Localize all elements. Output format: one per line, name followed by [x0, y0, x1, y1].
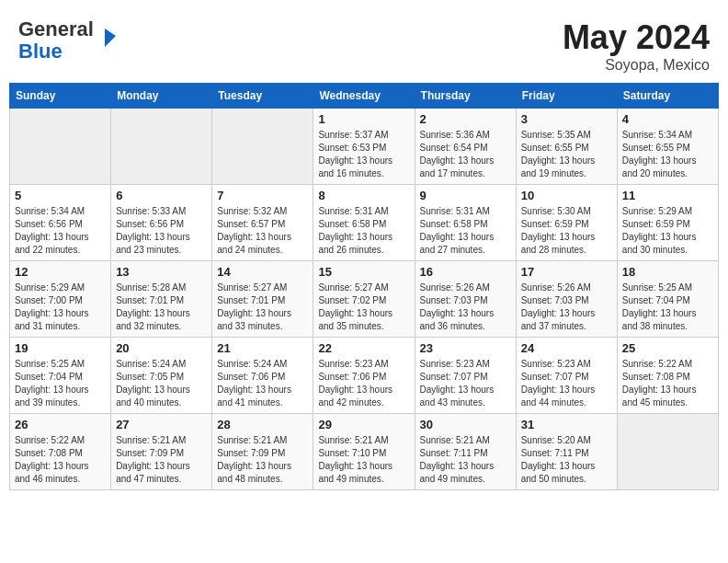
calendar-cell: 10Sunrise: 5:30 AMSunset: 6:59 PMDayligh…	[516, 185, 617, 261]
day-number: 20	[116, 341, 207, 355]
day-info: Sunrise: 5:23 AMSunset: 7:07 PMDaylight:…	[420, 358, 511, 409]
page-header: General Blue May 2024 Soyopa, Mexico	[9, 9, 719, 78]
calendar-cell: 26Sunrise: 5:22 AMSunset: 7:08 PMDayligh…	[10, 414, 111, 490]
day-number: 29	[318, 418, 409, 431]
calendar-cell: 7Sunrise: 5:32 AMSunset: 6:57 PMDaylight…	[212, 185, 313, 261]
svg-marker-0	[105, 29, 116, 47]
calendar-cell: 27Sunrise: 5:21 AMSunset: 7:09 PMDayligh…	[111, 414, 212, 490]
calendar-cell: 30Sunrise: 5:21 AMSunset: 7:11 PMDayligh…	[415, 414, 516, 490]
day-number: 25	[622, 341, 713, 355]
calendar-week-row: 19Sunrise: 5:25 AMSunset: 7:04 PMDayligh…	[10, 338, 719, 414]
day-number: 23	[420, 341, 511, 355]
day-info: Sunrise: 5:34 AMSunset: 6:55 PMDaylight:…	[622, 129, 713, 180]
day-number: 18	[622, 265, 713, 279]
calendar-cell: 24Sunrise: 5:23 AMSunset: 7:07 PMDayligh…	[516, 338, 617, 414]
day-number: 3	[521, 112, 612, 126]
day-number: 2	[420, 112, 511, 126]
day-number: 19	[15, 341, 106, 355]
day-info: Sunrise: 5:26 AMSunset: 7:03 PMDaylight:…	[420, 282, 511, 333]
day-number: 21	[217, 341, 308, 355]
weekday-header: Tuesday	[212, 84, 313, 109]
day-number: 5	[15, 189, 106, 202]
logo-icon	[97, 27, 118, 47]
calendar-cell: 13Sunrise: 5:28 AMSunset: 7:01 PMDayligh…	[111, 261, 212, 338]
day-number: 7	[217, 189, 308, 202]
calendar-week-row: 12Sunrise: 5:29 AMSunset: 7:00 PMDayligh…	[10, 261, 719, 338]
day-info: Sunrise: 5:24 AMSunset: 7:05 PMDaylight:…	[116, 358, 207, 409]
calendar-cell: 18Sunrise: 5:25 AMSunset: 7:04 PMDayligh…	[617, 261, 718, 338]
day-number: 14	[217, 265, 308, 279]
calendar-cell: 20Sunrise: 5:24 AMSunset: 7:05 PMDayligh…	[111, 338, 212, 414]
day-info: Sunrise: 5:21 AMSunset: 7:09 PMDaylight:…	[116, 434, 207, 486]
title-block: May 2024 Soyopa, Mexico	[563, 18, 710, 74]
calendar-cell	[212, 109, 313, 185]
day-number: 15	[318, 265, 409, 279]
calendar-cell: 22Sunrise: 5:23 AMSunset: 7:06 PMDayligh…	[313, 338, 415, 414]
day-number: 11	[622, 189, 713, 202]
day-info: Sunrise: 5:21 AMSunset: 7:09 PMDaylight:…	[217, 434, 308, 486]
day-number: 17	[521, 265, 612, 279]
day-info: Sunrise: 5:35 AMSunset: 6:55 PMDaylight:…	[521, 129, 612, 180]
day-info: Sunrise: 5:20 AMSunset: 7:11 PMDaylight:…	[521, 434, 612, 486]
day-info: Sunrise: 5:26 AMSunset: 7:03 PMDaylight:…	[521, 282, 612, 333]
day-number: 31	[521, 418, 612, 431]
calendar-cell: 4Sunrise: 5:34 AMSunset: 6:55 PMDaylight…	[617, 109, 718, 185]
day-info: Sunrise: 5:32 AMSunset: 6:57 PMDaylight:…	[217, 205, 308, 257]
day-number: 26	[15, 418, 106, 431]
day-info: Sunrise: 5:28 AMSunset: 7:01 PMDaylight:…	[116, 282, 207, 333]
calendar-cell: 17Sunrise: 5:26 AMSunset: 7:03 PMDayligh…	[516, 261, 617, 338]
calendar-cell: 28Sunrise: 5:21 AMSunset: 7:09 PMDayligh…	[212, 414, 313, 490]
calendar-cell: 21Sunrise: 5:24 AMSunset: 7:06 PMDayligh…	[212, 338, 313, 414]
day-info: Sunrise: 5:23 AMSunset: 7:06 PMDaylight:…	[318, 358, 409, 409]
day-number: 10	[521, 189, 612, 202]
day-number: 8	[318, 189, 409, 202]
calendar-location: Soyopa, Mexico	[563, 57, 710, 74]
calendar-table: SundayMondayTuesdayWednesdayThursdayFrid…	[9, 83, 719, 490]
logo: General Blue	[18, 18, 118, 63]
calendar-week-row: 26Sunrise: 5:22 AMSunset: 7:08 PMDayligh…	[10, 414, 719, 490]
day-info: Sunrise: 5:36 AMSunset: 6:54 PMDaylight:…	[420, 129, 511, 180]
day-info: Sunrise: 5:33 AMSunset: 6:56 PMDaylight:…	[116, 205, 207, 257]
calendar-cell: 6Sunrise: 5:33 AMSunset: 6:56 PMDaylight…	[111, 185, 212, 261]
calendar-cell: 25Sunrise: 5:22 AMSunset: 7:08 PMDayligh…	[617, 338, 718, 414]
weekday-header: Saturday	[617, 84, 718, 109]
day-info: Sunrise: 5:31 AMSunset: 6:58 PMDaylight:…	[318, 205, 409, 257]
day-info: Sunrise: 5:25 AMSunset: 7:04 PMDaylight:…	[15, 358, 106, 409]
calendar-cell: 19Sunrise: 5:25 AMSunset: 7:04 PMDayligh…	[10, 338, 111, 414]
calendar-week-row: 5Sunrise: 5:34 AMSunset: 6:56 PMDaylight…	[10, 185, 719, 261]
calendar-cell: 8Sunrise: 5:31 AMSunset: 6:58 PMDaylight…	[313, 185, 415, 261]
day-info: Sunrise: 5:31 AMSunset: 6:58 PMDaylight:…	[420, 205, 511, 257]
calendar-cell: 5Sunrise: 5:34 AMSunset: 6:56 PMDaylight…	[10, 185, 111, 261]
day-info: Sunrise: 5:29 AMSunset: 7:00 PMDaylight:…	[15, 282, 106, 333]
day-info: Sunrise: 5:22 AMSunset: 7:08 PMDaylight:…	[15, 434, 106, 486]
day-info: Sunrise: 5:25 AMSunset: 7:04 PMDaylight:…	[622, 282, 713, 333]
calendar-week-row: 1Sunrise: 5:37 AMSunset: 6:53 PMDaylight…	[10, 109, 719, 185]
calendar-cell: 1Sunrise: 5:37 AMSunset: 6:53 PMDaylight…	[313, 109, 415, 185]
day-number: 6	[116, 189, 207, 202]
calendar-cell	[617, 414, 718, 490]
calendar-cell: 23Sunrise: 5:23 AMSunset: 7:07 PMDayligh…	[415, 338, 516, 414]
weekday-header: Sunday	[10, 84, 111, 109]
day-number: 24	[521, 341, 612, 355]
day-info: Sunrise: 5:34 AMSunset: 6:56 PMDaylight:…	[15, 205, 106, 257]
weekday-header: Monday	[111, 84, 212, 109]
calendar-cell: 15Sunrise: 5:27 AMSunset: 7:02 PMDayligh…	[313, 261, 415, 338]
calendar-title: May 2024	[563, 18, 710, 57]
day-number: 12	[15, 265, 106, 279]
day-info: Sunrise: 5:27 AMSunset: 7:02 PMDaylight:…	[318, 282, 409, 333]
calendar-cell: 2Sunrise: 5:36 AMSunset: 6:54 PMDaylight…	[415, 109, 516, 185]
day-info: Sunrise: 5:27 AMSunset: 7:01 PMDaylight:…	[217, 282, 308, 333]
day-number: 30	[420, 418, 511, 431]
day-number: 16	[420, 265, 511, 279]
day-info: Sunrise: 5:22 AMSunset: 7:08 PMDaylight:…	[622, 358, 713, 409]
day-info: Sunrise: 5:30 AMSunset: 6:59 PMDaylight:…	[521, 205, 612, 257]
calendar-cell: 14Sunrise: 5:27 AMSunset: 7:01 PMDayligh…	[212, 261, 313, 338]
day-number: 9	[420, 189, 511, 202]
day-number: 27	[116, 418, 207, 431]
logo-text: General Blue	[18, 18, 94, 63]
calendar-cell: 3Sunrise: 5:35 AMSunset: 6:55 PMDaylight…	[516, 109, 617, 185]
day-info: Sunrise: 5:21 AMSunset: 7:11 PMDaylight:…	[420, 434, 511, 486]
day-info: Sunrise: 5:23 AMSunset: 7:07 PMDaylight:…	[521, 358, 612, 409]
day-info: Sunrise: 5:29 AMSunset: 6:59 PMDaylight:…	[622, 205, 713, 257]
day-number: 1	[318, 112, 409, 126]
